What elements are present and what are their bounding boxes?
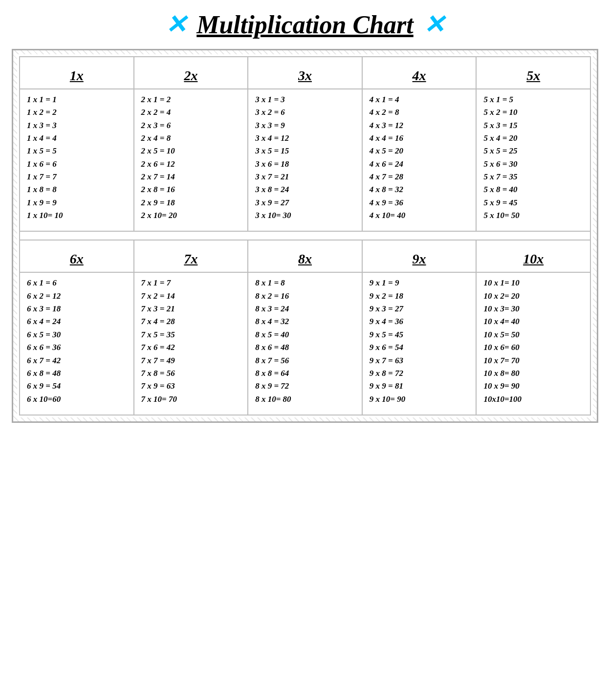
equation-line: 1 x 6 = 6 — [27, 158, 127, 171]
equation-line: 9 x 1 = 9 — [370, 277, 469, 289]
equation-line: 6 x 2 = 12 — [27, 290, 127, 303]
header-10x: 10x — [477, 241, 591, 273]
equation-line: 4 x 9 = 36 — [370, 197, 469, 209]
equation-line: 1 x 8 = 8 — [27, 183, 127, 196]
equation-line: 2 x 9 = 18 — [141, 197, 241, 209]
equation-line: 5 x 10= 50 — [483, 209, 583, 222]
label-5x: 5x — [526, 68, 540, 83]
equation-line: 2 x 1 = 2 — [141, 93, 241, 106]
equation-line: 2 x 8 = 16 — [141, 183, 241, 196]
equation-line: 3 x 2 = 6 — [255, 106, 355, 119]
equations-3x: 3 x 1 = 33 x 2 = 63 x 3 = 93 x 4 = 123 x… — [248, 89, 363, 232]
equation-line: 8 x 4 = 32 — [255, 315, 355, 328]
equation-line: 7 x 9 = 63 — [141, 380, 241, 393]
label-8x: 8x — [298, 251, 312, 266]
label-1x: 1x — [70, 68, 84, 83]
equation-line: 10 x 8= 80 — [483, 367, 583, 380]
equations-4x: 4 x 1 = 44 x 2 = 84 x 3 = 124 x 4 = 164 … — [363, 89, 477, 232]
equation-line: 1 x 5 = 5 — [27, 145, 127, 157]
equation-line: 8 x 1 = 8 — [255, 277, 355, 289]
equation-line: 4 x 5 = 20 — [370, 145, 469, 157]
equations-9x: 9 x 1 = 99 x 2 = 189 x 3 = 279 x 4 = 369… — [363, 273, 477, 415]
equation-line: 2 x 4 = 8 — [141, 132, 241, 145]
label-9x: 9x — [413, 251, 426, 266]
equation-line: 7 x 6 = 42 — [141, 341, 241, 354]
header-4x: 4x — [363, 57, 477, 89]
equation-line: 3 x 9 = 27 — [255, 197, 355, 209]
equations-6x: 6 x 1 = 66 x 2 = 126 x 3 = 186 x 4 = 246… — [20, 273, 134, 415]
equation-line: 9 x 8 = 72 — [370, 367, 469, 380]
equation-line: 10 x 5= 50 — [483, 328, 583, 341]
equation-line: 8 x 5 = 40 — [255, 328, 355, 341]
equation-line: 9 x 5 = 45 — [370, 328, 469, 341]
multiplication-grid: 1x 2x 3x 4x 5x 1 x 1 = 11 x 2 = 21 x 3 =… — [19, 56, 591, 416]
equation-line: 8 x 2 = 16 — [255, 290, 355, 303]
equation-line: 5 x 3 = 15 — [483, 119, 583, 132]
equation-line: 9 x 9 = 81 — [370, 380, 469, 393]
header-6x: 6x — [20, 241, 134, 273]
equation-line: 9 x 7 = 63 — [370, 354, 469, 367]
equation-line: 6 x 4 = 24 — [27, 315, 127, 328]
equation-line: 1 x 9 = 9 — [27, 197, 127, 209]
equation-line: 8 x 6 = 48 — [255, 341, 355, 354]
page-title: Multiplication Chart — [196, 10, 414, 39]
equation-line: 4 x 2 = 8 — [370, 106, 469, 119]
multiplication-icon-left: ✕ — [165, 10, 187, 39]
equation-line: 6 x 9 = 54 — [27, 380, 127, 393]
equation-line: 8 x 8 = 64 — [255, 367, 355, 380]
equation-line: 9 x 10= 90 — [370, 393, 469, 406]
equation-line: 4 x 8 = 32 — [370, 183, 469, 196]
equation-line: 7 x 2 = 14 — [141, 290, 241, 303]
equation-line: 1 x 7 = 7 — [27, 171, 127, 183]
equation-line: 8 x 10= 80 — [255, 393, 355, 406]
equation-line: 10 x 2= 20 — [483, 290, 583, 303]
equation-line: 10 x 9= 90 — [483, 380, 583, 393]
equation-line: 4 x 1 = 4 — [370, 93, 469, 106]
chart-inner: 1x 2x 3x 4x 5x 1 x 1 = 11 x 2 = 21 x 3 =… — [17, 54, 593, 417]
label-4x: 4x — [413, 68, 426, 83]
equation-line: 5 x 8 = 40 — [483, 183, 583, 196]
page-header: ✕ Multiplication Chart ✕ — [165, 10, 445, 39]
equation-line: 5 x 2 = 10 — [483, 106, 583, 119]
equation-line: 6 x 8 = 48 — [27, 367, 127, 380]
equation-line: 3 x 1 = 3 — [255, 93, 355, 106]
chart-container: 1x 2x 3x 4x 5x 1 x 1 = 11 x 2 = 21 x 3 =… — [12, 49, 598, 423]
equation-line: 10 x 7= 70 — [483, 354, 583, 367]
section-spacer — [20, 232, 591, 241]
equation-line: 3 x 10= 30 — [255, 209, 355, 222]
equation-line: 3 x 8 = 24 — [255, 183, 355, 196]
equation-line: 7 x 4 = 28 — [141, 315, 241, 328]
header-7x: 7x — [134, 241, 249, 273]
equation-line: 2 x 10= 20 — [141, 209, 241, 222]
label-2x: 2x — [184, 68, 197, 83]
equation-line: 8 x 9 = 72 — [255, 380, 355, 393]
equation-line: 9 x 4 = 36 — [370, 315, 469, 328]
equation-line: 6 x 1 = 6 — [27, 277, 127, 289]
equations-2x: 2 x 1 = 22 x 2 = 42 x 3 = 62 x 4 = 82 x … — [134, 89, 249, 232]
header-2x: 2x — [134, 57, 249, 89]
equation-line: 7 x 10= 70 — [141, 393, 241, 406]
label-10x: 10x — [523, 251, 544, 266]
equation-line: 4 x 10= 40 — [370, 209, 469, 222]
equation-line: 10x10=100 — [483, 393, 583, 406]
equation-line: 7 x 8 = 56 — [141, 367, 241, 380]
equation-line: 10 x 4= 40 — [483, 315, 583, 328]
equation-line: 5 x 9 = 45 — [483, 197, 583, 209]
equation-line: 6 x 3 = 18 — [27, 303, 127, 315]
equations-7x: 7 x 1 = 77 x 2 = 147 x 3 = 217 x 4 = 287… — [134, 273, 249, 415]
equation-line: 4 x 7 = 28 — [370, 171, 469, 183]
equation-line: 4 x 3 = 12 — [370, 119, 469, 132]
equation-line: 1 x 4 = 4 — [27, 132, 127, 145]
equation-line: 10 x 1= 10 — [483, 277, 583, 289]
equation-line: 10 x 6= 60 — [483, 341, 583, 354]
equation-line: 7 x 1 = 7 — [141, 277, 241, 289]
equation-line: 1 x 3 = 3 — [27, 119, 127, 132]
equation-line: 8 x 3 = 24 — [255, 303, 355, 315]
equation-line: 5 x 6 = 30 — [483, 158, 583, 171]
equation-line: 4 x 6 = 24 — [370, 158, 469, 171]
equation-line: 6 x 5 = 30 — [27, 328, 127, 341]
header-3x: 3x — [248, 57, 363, 89]
label-6x: 6x — [70, 251, 84, 266]
label-3x: 3x — [298, 68, 312, 83]
equation-line: 9 x 3 = 27 — [370, 303, 469, 315]
